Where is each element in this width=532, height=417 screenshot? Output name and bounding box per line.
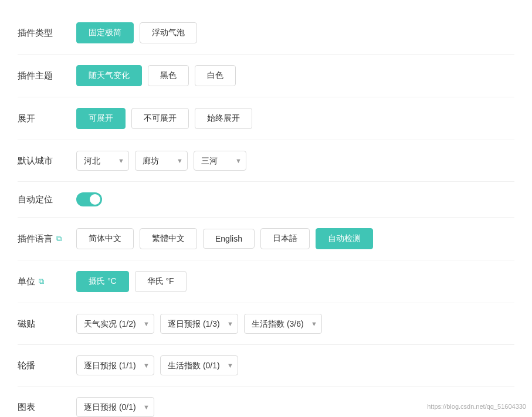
btn-plugin-type-1[interactable]: 浮动气泡 (140, 22, 197, 43)
label-plugin-theme: 插件主题 (18, 70, 76, 82)
btn-plugin-lang-3[interactable]: 日本語 (260, 228, 310, 249)
btn-expand-1[interactable]: 不可展开 (131, 108, 189, 129)
row-default-city: 默认城市河北北京上海广东▼廊坊石家庄唐山保定▼三河香河大厂固安▼ (18, 140, 514, 182)
btn-plugin-type-0[interactable]: 固定极简 (76, 22, 134, 43)
row-unit: 单位⧉摄氏 °C华氏 °F (18, 260, 514, 303)
controls-carousel: 逐日预报 (1/1)▼生活指数 (0/1)生活指数 (1/1)▼ (76, 355, 238, 375)
label-chart: 图表 (18, 402, 76, 413)
row-carousel: 轮播逐日预报 (1/1)▼生活指数 (0/1)生活指数 (1/1)▼ (18, 345, 514, 387)
toggle-slider (76, 192, 102, 206)
select-wrap-district: 三河香河大厂固安▼ (194, 151, 246, 171)
controls-chart: 逐日预报 (0/1)逐日预报 (1/1)▼ (76, 397, 154, 417)
row-chart: 图表逐日预报 (0/1)逐日预报 (1/1)▼ (18, 387, 514, 417)
btn-plugin-theme-1[interactable]: 黑色 (148, 65, 189, 86)
row-plugin-lang: 插件语言⧉简体中文繁體中文English日本語自动检测 (18, 218, 514, 260)
row-plugin-type: 插件类型固定极简浮动气泡 (18, 12, 514, 55)
select-district[interactable]: 三河香河大厂固安 (194, 151, 246, 171)
label-plugin-lang: 插件语言⧉ (18, 233, 76, 245)
select-city[interactable]: 廊坊石家庄唐山保定 (135, 151, 188, 171)
label-magnet: 磁贴 (18, 318, 76, 330)
btn-expand-0[interactable]: 可展开 (76, 108, 126, 129)
row-plugin-theme: 插件主题随天气变化黑色白色 (18, 55, 514, 97)
btn-expand-2[interactable]: 始终展开 (195, 108, 252, 129)
external-link-icon: ⧉ (39, 277, 44, 286)
select-wrap-magnet3: 生活指数 (1/6)生活指数 (2/6)生活指数 (3/6)▼ (244, 314, 322, 334)
btn-plugin-theme-0[interactable]: 随天气变化 (76, 65, 142, 86)
label-plugin-type: 插件类型 (18, 28, 76, 39)
controls-unit: 摄氏 °C华氏 °F (76, 271, 187, 292)
label-default-city: 默认城市 (18, 155, 76, 167)
watermark: https://blog.csdn.net/qq_51604330 (427, 403, 526, 410)
toggle-auto-locate[interactable] (76, 192, 102, 206)
select-wrap-magnet2: 逐日预报 (1/3)逐日预报 (2/3)逐日预报 (3/3)▼ (160, 314, 238, 334)
select-wrap-province: 河北北京上海广东▼ (76, 151, 129, 171)
select-magnet3[interactable]: 生活指数 (1/6)生活指数 (2/6)生活指数 (3/6) (244, 314, 322, 334)
label-unit: 单位⧉ (18, 276, 76, 287)
select-magnet1[interactable]: 天气实况 (1/2)天气实况 (2/2) (76, 314, 154, 334)
btn-unit-1[interactable]: 华氏 °F (135, 271, 187, 292)
select-chart1[interactable]: 逐日预报 (0/1)逐日预报 (1/1) (76, 397, 154, 417)
controls-plugin-type: 固定极简浮动气泡 (76, 22, 197, 43)
controls-magnet: 天气实况 (1/2)天气实况 (2/2)▼逐日预报 (1/3)逐日预报 (2/3… (76, 314, 322, 334)
select-carousel2[interactable]: 生活指数 (0/1)生活指数 (1/1) (160, 355, 238, 375)
btn-plugin-lang-2[interactable]: English (203, 229, 255, 249)
select-carousel1[interactable]: 逐日预报 (1/1) (76, 355, 154, 375)
row-magnet: 磁贴天气实况 (1/2)天气实况 (2/2)▼逐日预报 (1/3)逐日预报 (2… (18, 303, 514, 345)
btn-plugin-lang-4[interactable]: 自动检测 (316, 228, 373, 249)
select-wrap-city: 廊坊石家庄唐山保定▼ (135, 151, 188, 171)
select-wrap-carousel1: 逐日预报 (1/1)▼ (76, 355, 154, 375)
select-wrap-carousel2: 生活指数 (0/1)生活指数 (1/1)▼ (160, 355, 238, 375)
label-expand: 展开 (18, 113, 76, 124)
controls-plugin-theme: 随天气变化黑色白色 (76, 65, 236, 86)
btn-plugin-lang-1[interactable]: 繁體中文 (140, 228, 197, 249)
controls-default-city: 河北北京上海广东▼廊坊石家庄唐山保定▼三河香河大厂固安▼ (76, 151, 246, 171)
select-wrap-magnet1: 天气实况 (1/2)天气实况 (2/2)▼ (76, 314, 154, 334)
label-carousel: 轮播 (18, 360, 76, 371)
row-expand: 展开可展开不可展开始终展开 (18, 97, 514, 140)
label-auto-locate: 自动定位 (18, 194, 76, 205)
btn-plugin-theme-2[interactable]: 白色 (195, 65, 236, 86)
btn-unit-0[interactable]: 摄氏 °C (76, 271, 129, 292)
select-wrap-chart1: 逐日预报 (0/1)逐日预报 (1/1)▼ (76, 397, 154, 417)
controls-auto-locate (76, 192, 102, 206)
external-link-icon: ⧉ (56, 234, 62, 243)
row-auto-locate: 自动定位 (18, 182, 514, 218)
btn-plugin-lang-0[interactable]: 简体中文 (76, 228, 134, 249)
select-magnet2[interactable]: 逐日预报 (1/3)逐日预报 (2/3)逐日预报 (3/3) (160, 314, 238, 334)
controls-expand: 可展开不可展开始终展开 (76, 108, 252, 129)
controls-plugin-lang: 简体中文繁體中文English日本語自动检测 (76, 228, 373, 249)
select-province[interactable]: 河北北京上海广东 (76, 151, 129, 171)
